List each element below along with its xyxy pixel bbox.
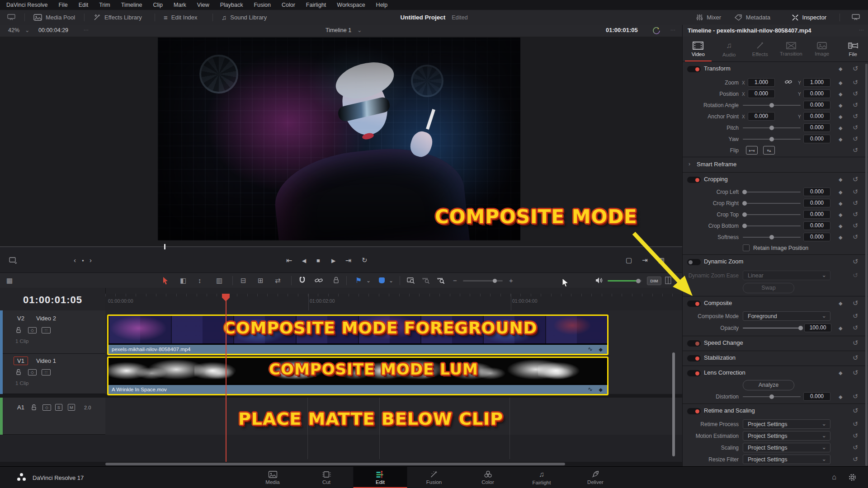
vertical-scrollbar[interactable] <box>672 352 675 456</box>
crop-bottom-slider[interactable] <box>743 225 801 226</box>
reset-icon[interactable]: ↺ <box>853 90 858 97</box>
reset-icon[interactable]: ↺ <box>853 175 859 183</box>
go-to-start-button[interactable]: ⇤ <box>286 256 292 265</box>
yaw-field[interactable]: 0.000 <box>803 135 830 143</box>
insert-clip-icon[interactable]: ⊟ <box>241 277 246 285</box>
softness-field[interactable]: 0.000 <box>803 233 830 241</box>
link-clips-icon[interactable] <box>315 277 323 284</box>
crop-top-field[interactable]: 0.000 <box>803 210 830 219</box>
menu-playback[interactable]: Playback <box>220 2 243 8</box>
keyframe-icon[interactable]: ◆ <box>839 103 842 108</box>
retime-scaling-toggle[interactable] <box>687 408 701 414</box>
retain-image-position-checkbox[interactable] <box>743 244 750 251</box>
ellipsis-icon[interactable]: ⋯ <box>859 27 864 33</box>
reset-icon[interactable]: ↺ <box>853 101 858 108</box>
razor-edit-mode-icon[interactable]: ▥ <box>216 277 222 285</box>
section-title[interactable]: Composite <box>704 300 732 306</box>
reset-icon[interactable]: ↺ <box>853 299 859 307</box>
tab-transition[interactable]: Transition <box>776 37 807 61</box>
reset-icon[interactable]: ↺ <box>853 65 859 73</box>
horizontal-scrollbar-track[interactable] <box>0 462 682 466</box>
slider-knob[interactable] <box>742 224 747 228</box>
tab-file[interactable]: File <box>838 37 868 61</box>
overwrite-clip-icon[interactable]: ⊞ <box>258 277 264 285</box>
anchor-x-field[interactable]: 0.000 <box>748 112 775 121</box>
timeline-zoom-slider[interactable] <box>463 280 503 282</box>
section-smart-reframe[interactable]: › Smart Reframe <box>683 157 868 173</box>
keyframe-icon[interactable]: ◆ <box>839 235 842 240</box>
composite-mode-dropdown[interactable]: Foreground ⌄ <box>743 311 830 321</box>
section-title[interactable]: Lens Correction <box>704 369 745 376</box>
resize-filter-dropdown[interactable]: Project Settings ⌄ <box>743 455 830 464</box>
reset-icon[interactable]: ↺ <box>853 420 858 427</box>
scrub-playhead[interactable] <box>164 244 165 249</box>
ellipsis-icon[interactable]: ⋯ <box>670 27 675 33</box>
composite-toggle[interactable] <box>687 300 701 307</box>
flip-horizontal-button[interactable]: ▸▪◂ <box>746 146 758 155</box>
reset-icon[interactable]: ↺ <box>853 79 858 86</box>
curve-editor-icon[interactable]: ∿ <box>588 385 593 394</box>
reset-icon[interactable]: ↺ <box>853 135 858 142</box>
resolve-fx-wand-icon[interactable] <box>652 27 660 35</box>
slider-knob[interactable] <box>769 126 774 130</box>
page-media[interactable]: Media <box>246 467 300 488</box>
loop-button[interactable]: ↻ <box>362 256 368 264</box>
auto-select-icon[interactable]: ◇ <box>28 327 37 333</box>
menu-edit[interactable]: Edit <box>79 2 89 8</box>
link-xy-icon[interactable] <box>785 79 792 85</box>
chevron-right-icon[interactable]: › <box>689 161 690 167</box>
dynamic-zoom-ease-dropdown[interactable]: Linear ⌄ <box>743 271 830 280</box>
timeline-view-icon[interactable] <box>665 277 672 284</box>
tab-effects[interactable]: Effects <box>745 37 776 61</box>
rotation-field[interactable]: 0.000 <box>803 101 830 109</box>
lock-icon[interactable] <box>15 369 22 375</box>
crop-left-slider[interactable] <box>743 192 801 192</box>
stop-button[interactable]: ■ <box>316 257 320 264</box>
keyframe-editor-icon[interactable]: ◆ <box>599 385 603 394</box>
track-header-v2[interactable]: V2 Video 2 ◇ ∷ 1 Clip <box>3 310 105 354</box>
page-deliver[interactable]: Deliver <box>569 467 623 488</box>
reset-icon[interactable]: ↺ <box>853 393 858 400</box>
menu-timeline[interactable]: Timeline <box>121 2 142 8</box>
slider-knob[interactable] <box>742 190 747 194</box>
auto-select-icon[interactable]: ◇ <box>42 404 51 411</box>
viewer-scrub-bar[interactable] <box>0 240 682 250</box>
page-fusion[interactable]: Fusion <box>407 467 461 488</box>
tab-image[interactable]: Image <box>807 37 838 61</box>
distortion-slider[interactable] <box>743 396 801 397</box>
cropping-toggle[interactable] <box>687 177 701 183</box>
reset-icon[interactable]: ↺ <box>853 146 858 154</box>
zoom-full-extent-icon[interactable] <box>407 277 415 284</box>
timeline-timecode[interactable]: 01:00:01:05 <box>0 294 105 306</box>
sound-library-button[interactable]: ♫ Sound Library <box>222 10 267 25</box>
slider-knob[interactable] <box>798 326 803 330</box>
curve-editor-icon[interactable]: ∿ <box>588 345 593 354</box>
lock-icon[interactable] <box>31 404 37 411</box>
zoom-x-field[interactable]: 1.000 <box>748 78 775 87</box>
ellipsis-icon[interactable]: ⋯ <box>84 27 89 33</box>
analyze-button[interactable]: Analyze <box>743 380 794 390</box>
pitch-field[interactable]: 0.000 <box>803 123 830 132</box>
swap-button[interactable]: Swap <box>743 283 794 293</box>
dim-audio-button[interactable]: DIM <box>647 277 661 285</box>
reset-icon[interactable]: ↺ <box>853 258 859 266</box>
dynamic-zoom-toggle[interactable] <box>687 259 701 265</box>
auto-select-icon[interactable]: ◇ <box>28 369 37 375</box>
reset-icon[interactable]: ↺ <box>853 369 859 377</box>
lock-icon[interactable] <box>15 327 22 333</box>
menu-trim[interactable]: Trim <box>99 2 110 8</box>
keyframe-icon[interactable]: ◆ <box>839 177 842 183</box>
horizontal-scrollbar[interactable] <box>105 463 565 465</box>
section-title[interactable]: Dynamic Zoom <box>704 258 743 265</box>
position-lock-icon[interactable] <box>333 277 340 284</box>
keyframe-icon[interactable]: ◆ <box>839 80 842 86</box>
source-viewer-toggle-button[interactable] <box>7 10 15 25</box>
match-frame-icon[interactable]: ▢ <box>626 256 632 264</box>
keyframe-icon[interactable]: ◆ <box>839 212 842 218</box>
reset-icon[interactable]: ↺ <box>853 455 858 463</box>
scrub-track[interactable] <box>0 246 682 247</box>
timeline-view-options-icon[interactable]: ▦ <box>6 277 13 285</box>
tab-video[interactable]: Video <box>683 37 714 61</box>
section-title[interactable]: Transform <box>704 65 731 72</box>
timeline-playhead[interactable] <box>226 294 226 462</box>
